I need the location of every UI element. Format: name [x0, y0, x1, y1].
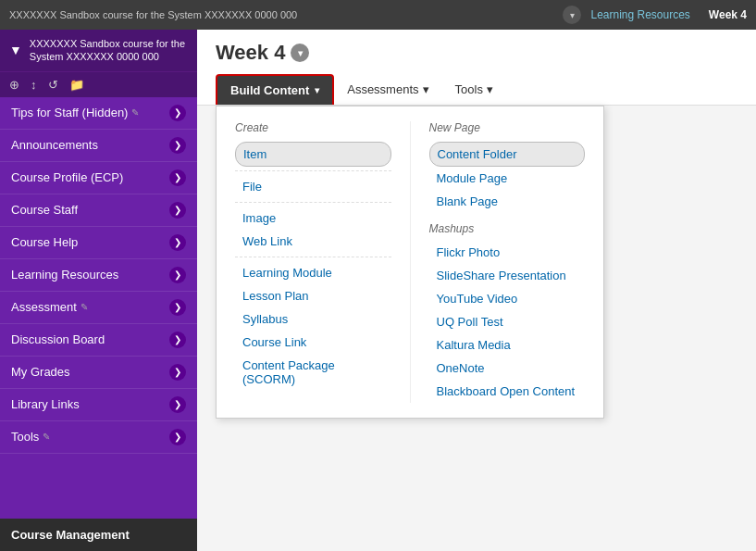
- mashups-section-label: Mashups: [429, 222, 586, 235]
- sidebar-item-tools-arrow[interactable]: ❯: [169, 429, 186, 445]
- dropdown-item-youtube[interactable]: YouTube Video: [429, 287, 586, 310]
- sidebar-item-course-help[interactable]: Course Help ❯: [0, 227, 197, 259]
- week-title-row: Week 4 ▾: [216, 41, 737, 65]
- sidebar-item-my-grades-arrow[interactable]: ❯: [169, 364, 186, 381]
- sidebar-item-announcements-label: Announcements: [11, 138, 98, 152]
- dropdown-item-blackboard-open[interactable]: Blackboard Open Content: [429, 380, 586, 403]
- tools-label: Tools: [455, 82, 483, 96]
- sidebar-course-title: XXXXXXX Sandbox course for the System XX…: [30, 37, 188, 64]
- sidebar-reorder-icon[interactable]: ↕: [29, 76, 39, 94]
- top-navbar: XXXXXXX Sandbox course for the System XX…: [0, 0, 756, 30]
- sidebar-item-tools[interactable]: Tools ✎ ❯: [0, 421, 197, 454]
- sidebar-item-assessment-label: Assessment: [11, 300, 77, 314]
- sidebar-item-discussion-board[interactable]: Discussion Board ❯: [0, 324, 197, 357]
- sidebar-item-tips-arrow[interactable]: ❯: [169, 105, 186, 121]
- dropdown-item-learning-module[interactable]: Learning Module: [235, 261, 391, 284]
- dropdown-item-module-page[interactable]: Module Page: [429, 167, 586, 190]
- sidebar-item-tips-label: Tips for Staff (Hidden): [11, 106, 128, 119]
- separator-3: [235, 257, 391, 257]
- week-title-text: Week 4: [216, 41, 285, 65]
- dropdown-item-content-folder[interactable]: Content Folder: [429, 142, 586, 167]
- sidebar-item-course-staff-arrow[interactable]: ❯: [169, 202, 186, 219]
- sidebar-item-learning-resources-label: Learning Resources: [11, 268, 118, 282]
- tools-chevron: ▾: [487, 82, 493, 96]
- sidebar-item-course-help-label: Course Help: [11, 235, 78, 249]
- sidebar-item-course-staff-label: Course Staff: [11, 203, 78, 217]
- sidebar-item-course-help-arrow[interactable]: ❯: [169, 234, 186, 251]
- sidebar-item-library-links[interactable]: Library Links ❯: [0, 389, 197, 421]
- dropdown-item-web-link[interactable]: Web Link: [235, 230, 391, 253]
- sidebar-add-icon[interactable]: ⊕: [7, 76, 21, 94]
- sidebar: ▼ XXXXXXX Sandbox course for the System …: [0, 30, 197, 551]
- build-content-dropdown: Create Item File Image Web Link Learning…: [216, 106, 604, 419]
- sidebar-footer[interactable]: Course Management: [0, 519, 197, 551]
- sidebar-item-course-staff[interactable]: Course Staff ❯: [0, 194, 197, 227]
- dropdown-item-blank-page[interactable]: Blank Page: [429, 190, 586, 213]
- separator-2: [235, 202, 391, 203]
- build-content-button[interactable]: Build Content ▾: [216, 74, 334, 105]
- dropdown-item-slideshare[interactable]: SlideShare Presentation: [429, 264, 586, 287]
- action-bar: Build Content ▾ Assessments ▾ Tools ▾: [216, 74, 737, 105]
- sidebar-item-my-grades[interactable]: My Grades ❯: [0, 357, 197, 389]
- dropdown-item-content-package[interactable]: Content Package (SCORM): [235, 354, 391, 391]
- sidebar-item-course-profile-arrow[interactable]: ❯: [169, 169, 186, 186]
- nav-link-week4[interactable]: Week 4: [709, 8, 747, 21]
- content-body: Create Item File Image Web Link Learning…: [197, 106, 756, 551]
- create-section-label: Create: [235, 121, 391, 134]
- sidebar-item-learning-resources[interactable]: Learning Resources ❯: [0, 259, 197, 292]
- dropdown-item-item[interactable]: Item: [235, 142, 391, 167]
- dropdown-item-lesson-plan[interactable]: Lesson Plan: [235, 284, 391, 307]
- create-column: Create Item File Image Web Link Learning…: [217, 121, 410, 403]
- dropdown-item-course-link[interactable]: Course Link: [235, 331, 391, 354]
- sidebar-item-course-profile[interactable]: Course Profile (ECP) ❯: [0, 162, 197, 194]
- build-content-chevron: ▾: [315, 85, 319, 95]
- dropdown-item-kaltura[interactable]: Kaltura Media: [429, 333, 586, 357]
- sidebar-folder-icon[interactable]: 📁: [68, 76, 86, 94]
- sidebar-item-tips-edit-icon: ✎: [131, 107, 139, 118]
- sidebar-item-learning-resources-arrow[interactable]: ❯: [169, 267, 186, 283]
- sidebar-toolbar: ⊕ ↕ ↺ 📁: [0, 71, 197, 97]
- sidebar-item-discussion-board-label: Discussion Board: [11, 332, 105, 346]
- dropdown-item-uq-poll[interactable]: UQ Poll Test: [429, 310, 586, 333]
- newpage-section-label: New Page: [429, 121, 586, 134]
- sidebar-item-library-links-arrow[interactable]: ❯: [169, 396, 186, 413]
- dropdown-item-file[interactable]: File: [235, 175, 391, 198]
- sidebar-refresh-icon[interactable]: ↺: [46, 76, 60, 94]
- build-content-label: Build Content: [230, 83, 309, 97]
- week-header: Week 4 ▾ Build Content ▾ Assessments ▾ T…: [197, 30, 756, 106]
- week-title-dropdown-btn[interactable]: ▾: [291, 44, 309, 62]
- assessments-button[interactable]: Assessments ▾: [334, 75, 441, 104]
- sidebar-item-tools-edit-icon: ✎: [43, 432, 50, 442]
- sidebar-item-my-grades-label: My Grades: [11, 365, 70, 379]
- dropdown-item-flickr[interactable]: Flickr Photo: [429, 241, 586, 264]
- sidebar-header: ▼ XXXXXXX Sandbox course for the System …: [0, 30, 197, 71]
- main-layout: ▼ XXXXXXX Sandbox course for the System …: [0, 30, 756, 551]
- top-nav-links: Learning Resources Week 4: [590, 8, 747, 21]
- top-nav-title: XXXXXXX Sandbox course for the System XX…: [9, 9, 563, 20]
- tools-button[interactable]: Tools ▾: [442, 75, 506, 104]
- sidebar-item-announcements[interactable]: Announcements ❯: [0, 130, 197, 162]
- dropdown-item-syllabus[interactable]: Syllabus: [235, 307, 391, 331]
- sidebar-item-discussion-board-arrow[interactable]: ❯: [169, 332, 186, 348]
- sidebar-item-assessment-edit-icon: ✎: [81, 302, 88, 312]
- nav-link-learning-resources[interactable]: Learning Resources: [590, 8, 689, 21]
- content-area: Week 4 ▾ Build Content ▾ Assessments ▾ T…: [197, 30, 756, 551]
- dropdown-item-onenote[interactable]: OneNote: [429, 357, 586, 380]
- sidebar-item-assessment-arrow[interactable]: ❯: [169, 299, 186, 316]
- assessments-chevron: ▾: [423, 82, 429, 96]
- sidebar-item-assessment[interactable]: Assessment ✎ ❯: [0, 292, 197, 324]
- separator-1: [235, 170, 391, 171]
- sidebar-item-tools-label: Tools: [11, 430, 39, 444]
- top-nav-dropdown-btn[interactable]: ▾: [563, 6, 581, 24]
- assessments-label: Assessments: [347, 82, 418, 96]
- sidebar-item-tips[interactable]: Tips for Staff (Hidden) ✎ ❯: [0, 97, 197, 130]
- sidebar-collapse-arrow[interactable]: ▼: [9, 43, 22, 57]
- sidebar-item-course-profile-label: Course Profile (ECP): [11, 170, 123, 184]
- sidebar-item-announcements-arrow[interactable]: ❯: [169, 137, 186, 154]
- sidebar-item-library-links-label: Library Links: [11, 397, 80, 411]
- newpage-column: New Page Content Folder Module Page Blan…: [410, 121, 604, 403]
- dropdown-item-image[interactable]: Image: [235, 207, 391, 230]
